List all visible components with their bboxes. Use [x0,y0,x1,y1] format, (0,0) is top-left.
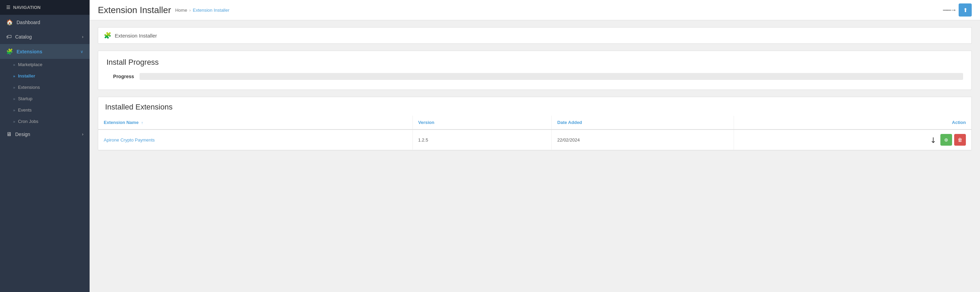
extensions-table: Extension Name ↑ Version Date Added Acti… [98,116,971,150]
col-extension-name[interactable]: Extension Name ↑ [98,116,412,130]
table-row: Apirone Crypto Payments 1.2.5 22/02/2024… [98,130,971,150]
install-action-button[interactable]: ⊕ [940,134,952,146]
sidebar-item-design-label: Design [15,132,30,137]
catalog-icon: 🏷 [6,34,12,40]
sidebar-item-extensions-sub-label: Extensions [18,85,40,90]
arrow-down-indicator-icon: ↘ [928,134,938,145]
plus-icon: ⊕ [944,137,948,143]
double-chevron-2-icon: » [13,86,15,89]
sort-asc-icon: ↑ [141,121,143,125]
topbar-right: ──→ ⬆ [943,3,972,16]
trash-icon: 🗑 [958,137,963,143]
upload-button[interactable]: ⬆ [959,3,972,16]
chevron-down-icon: ∨ [80,49,83,54]
sidebar-item-installer-label: Installer [18,73,35,78]
sidebar-item-events-label: Events [18,108,32,113]
sidebar-item-marketplace[interactable]: » Marketplace [0,59,89,70]
design-icon: 🖥 [6,131,12,137]
breadcrumb: Home › Extension Installer [175,8,229,13]
progress-row: Progress [107,73,963,80]
sidebar-item-installer[interactable]: » Installer [0,70,89,82]
extensions-table-body: Apirone Crypto Payments 1.2.5 22/02/2024… [98,130,971,150]
breadcrumb-separator: › [189,8,191,13]
topbar-left: Extension Installer Home › Extension Ins… [98,5,229,16]
nav-label: NAVIGATION [13,5,41,10]
delete-action-button[interactable]: 🗑 [954,134,966,146]
sidebar-item-cron-jobs[interactable]: » Cron Jobs [0,116,89,127]
extension-name-link[interactable]: Apirone Crypto Payments [104,137,155,143]
breadcrumb-home[interactable]: Home [175,8,187,13]
double-chevron-active-icon: » [13,74,15,78]
sidebar: ☰ NAVIGATION 🏠 Dashboard 🏷 Catalog › 🧩 E… [0,0,89,292]
sidebar-item-catalog[interactable]: 🏷 Catalog › [0,30,89,44]
main-content: Extension Installer Home › Extension Ins… [89,0,980,292]
chevron-right-design-icon: › [82,132,83,137]
breadcrumb-current[interactable]: Extension Installer [192,8,229,13]
col-action: Action [734,116,971,130]
sidebar-item-dashboard-label: Dashboard [16,20,40,25]
cell-version: 1.2.5 [412,130,552,150]
sidebar-item-catalog-label: Catalog [15,34,32,40]
sidebar-item-dashboard[interactable]: 🏠 Dashboard [0,15,89,30]
upload-icon: ⬆ [963,7,967,13]
cell-action: ↘ ⊕ 🗑 [734,130,971,150]
table-header-row: Extension Name ↑ Version Date Added Acti… [98,116,971,130]
cell-extension-name: Apirone Crypto Payments [98,130,412,150]
content-area: 🧩 Extension Installer Install Progress P… [89,20,980,157]
sidebar-item-extensions-label: Extensions [16,49,42,54]
double-chevron-3-icon: » [13,97,15,101]
dashboard-icon: 🏠 [6,19,13,25]
sidebar-header: ☰ NAVIGATION [0,0,89,15]
sidebar-item-design[interactable]: 🖥 Design › [0,127,89,141]
install-progress-title: Install Progress [107,58,963,67]
install-progress-card: Install Progress Progress [98,51,972,90]
section-header-label: Extension Installer [115,33,157,38]
sidebar-item-marketplace-label: Marketplace [18,62,42,67]
sidebar-item-extensions-sub[interactable]: » Extensions [0,82,89,93]
page-title: Extension Installer [98,5,171,16]
arrow-right-icon: ──→ [943,6,956,14]
topbar: Extension Installer Home › Extension Ins… [89,0,980,20]
hamburger-icon: ☰ [6,5,10,10]
installed-extensions-section: Installed Extensions Extension Name ↑ Ve… [98,97,972,151]
cell-date-added: 22/02/2024 [552,130,734,150]
puzzle-icon: 🧩 [104,32,111,39]
double-chevron-icon: » [13,63,15,67]
col-date-added[interactable]: Date Added [552,116,734,130]
col-version[interactable]: Version [412,116,552,130]
double-chevron-4-icon: » [13,108,15,112]
sidebar-item-extensions[interactable]: 🧩 Extensions ∨ [0,44,89,59]
sidebar-item-startup-label: Startup [18,96,32,101]
progress-label: Progress [107,74,134,79]
sidebar-item-cron-jobs-label: Cron Jobs [18,119,38,124]
installed-extensions-title: Installed Extensions [98,97,971,116]
section-header-card: 🧩 Extension Installer [98,27,972,44]
double-chevron-5-icon: » [13,119,15,124]
sidebar-item-startup[interactable]: » Startup [0,93,89,104]
chevron-right-icon: › [82,35,83,39]
extensions-icon: 🧩 [6,48,13,55]
sidebar-item-events[interactable]: » Events [0,104,89,116]
progress-bar [140,73,963,80]
